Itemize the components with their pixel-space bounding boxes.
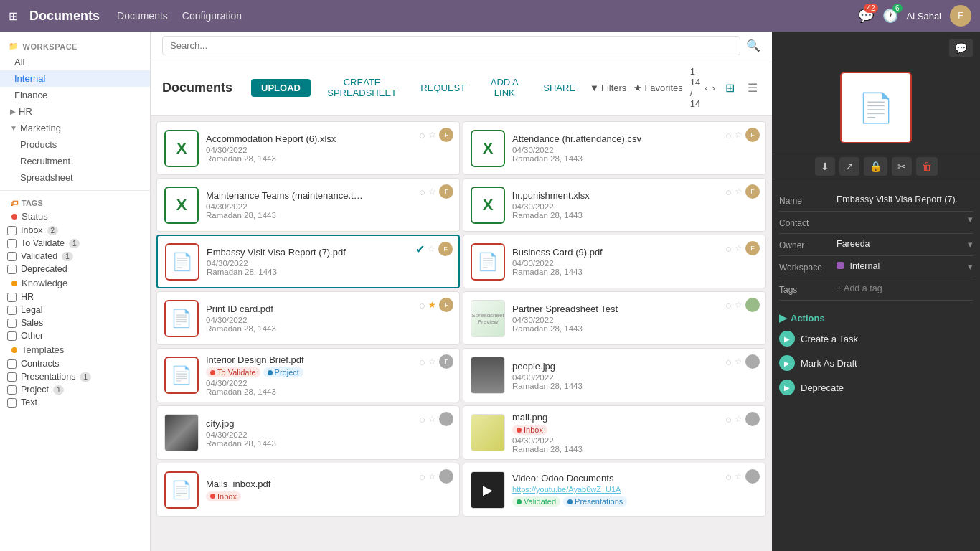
share-button[interactable]: SHARE [536, 79, 583, 97]
doc-card-2[interactable]: X Attendance (hr.attendance).csv 04/30/2… [463, 121, 766, 175]
panel-contact-value[interactable]: ▾ [837, 217, 973, 227]
doc-14-star-icon[interactable]: ☆ [735, 471, 743, 481]
sidebar-item-products[interactable]: Products [0, 136, 150, 153]
doc-card-13[interactable]: 📄 Mails_inbox.pdf Inbox ○ ☆ [156, 463, 460, 517]
doc-2-circle-icon[interactable]: ○ [725, 129, 732, 141]
upload-button[interactable]: UPLOAD [251, 79, 311, 97]
add-link-button[interactable]: ADD A LINK [480, 73, 529, 102]
tag-project[interactable]: Project 1 [0, 383, 150, 396]
tag-validated[interactable]: Validated 1 [0, 250, 150, 263]
sidebar-group-marketing[interactable]: ▼ Marketing [0, 120, 150, 136]
video-link-14[interactable]: https://youtu.be/Ayab6wZ_U1A [512, 485, 621, 494]
tag-knowledge-other[interactable]: Other [0, 329, 150, 342]
doc-card-12[interactable]: mail.png Inbox 04/30/2022Ramadan 28, 144… [463, 405, 766, 460]
tag-text[interactable]: Text [0, 396, 150, 409]
tag-to-validate[interactable]: To Validate 1 [0, 237, 150, 250]
sidebar-item-internal[interactable]: Internal [0, 70, 150, 87]
panel-create-task-item[interactable]: ▶ Create a Task [779, 326, 973, 351]
doc-10-circle-icon[interactable]: ○ [725, 356, 732, 368]
search-input[interactable] [162, 36, 740, 55]
inbox-checkbox[interactable] [7, 226, 17, 235]
panel-add-tag-text[interactable]: + Add a tag [837, 283, 882, 293]
sidebar-group-hr[interactable]: ▶ HR [0, 103, 150, 120]
tag-knowledge-hr[interactable]: HR [0, 291, 150, 303]
doc-8-circle-icon[interactable]: ○ [725, 299, 732, 311]
doc-card-9[interactable]: 📄 Interior Design Brief.pdf To Validate … [156, 348, 460, 402]
doc-card-4[interactable]: X hr.punishment.xlsx 04/30/2022Ramadan 2… [463, 178, 766, 232]
panel-deprecate-item[interactable]: ▶ Deprecate [779, 375, 973, 400]
panel-chat-button[interactable]: 💬 [949, 39, 973, 57]
pagination-prev-icon[interactable]: ‹ [705, 83, 707, 93]
tag-knowledge[interactable]: Knowledge [0, 276, 150, 291]
favorites-button[interactable]: ★ Favorites [633, 83, 682, 93]
panel-scissors-button[interactable]: ✂ [892, 157, 912, 176]
tag-presentations[interactable]: Presentations 1 [0, 370, 150, 383]
doc-5-star-icon[interactable]: ☆ [428, 244, 435, 254]
doc-6-circle-icon[interactable]: ○ [725, 242, 732, 255]
panel-tags-value[interactable]: + Add a tag [837, 283, 973, 293]
doc-card-6[interactable]: 📄 Business Card (9).pdf 04/30/2022Ramada… [463, 235, 766, 288]
filters-button[interactable]: ▼ Filters [590, 83, 626, 93]
doc-12-circle-icon[interactable]: ○ [725, 413, 732, 425]
user-avatar[interactable]: F [950, 5, 971, 27]
doc-6-star-icon[interactable]: ☆ [735, 243, 743, 253]
doc-8-star-icon[interactable]: ☆ [735, 300, 743, 310]
tag-inbox[interactable]: Inbox 2 [0, 224, 150, 237]
doc-card-1[interactable]: X Accommodation Report (6).xlsx 04/30/20… [156, 121, 460, 175]
list-view-button[interactable]: ☰ [745, 80, 760, 96]
nav-configuration-link[interactable]: Configuration [182, 10, 242, 22]
doc-11-circle-icon[interactable]: ○ [419, 413, 425, 425]
panel-download-button[interactable]: ⬇ [815, 157, 835, 176]
panel-field-owner[interactable]: Owner Fareeda ▾ [779, 234, 973, 256]
doc-12-star-icon[interactable]: ☆ [735, 414, 743, 424]
grid-view-button[interactable]: ⊞ [722, 80, 738, 96]
panel-delete-button[interactable]: 🗑 [916, 157, 938, 176]
create-spreadsheet-button[interactable]: CREATE SPREADSHEET [318, 73, 406, 102]
doc-10-star-icon[interactable]: ☆ [735, 357, 743, 367]
doc-card-8[interactable]: SpreadsheetPreview Partner Spreadsheet T… [463, 291, 766, 345]
deprecated-checkbox[interactable] [7, 265, 17, 274]
tag-templates[interactable]: Templates [0, 342, 150, 357]
panel-share-button[interactable]: ↗ [839, 157, 859, 176]
project-checkbox[interactable] [7, 385, 17, 395]
activity-btn[interactable]: 🕐 6 [882, 8, 898, 24]
doc-card-7[interactable]: 📄 Print ID card.pdf 04/30/2022Ramadan 28… [156, 291, 460, 345]
panel-contact-input[interactable] [837, 217, 973, 227]
knowledge-other-checkbox[interactable] [7, 331, 17, 341]
contracts-checkbox[interactable] [7, 359, 17, 369]
knowledge-sales-checkbox[interactable] [7, 319, 17, 328]
doc-4-circle-icon[interactable]: ○ [725, 186, 732, 198]
doc-1-circle-icon[interactable]: ○ [419, 129, 425, 141]
doc-3-circle-icon[interactable]: ○ [419, 186, 425, 198]
doc-7-circle-icon[interactable]: ○ [419, 299, 425, 311]
panel-field-tags[interactable]: Tags + Add a tag [779, 278, 973, 301]
sidebar-item-all[interactable]: All [0, 54, 150, 70]
validated-checkbox[interactable] [7, 252, 17, 261]
tag-deprecated[interactable]: Deprecated [0, 263, 150, 276]
presentations-checkbox[interactable] [7, 372, 17, 382]
doc-14-circle-icon[interactable]: ○ [725, 471, 732, 483]
doc-13-circle-icon[interactable]: ○ [419, 471, 425, 483]
panel-lock-button[interactable]: 🔒 [864, 157, 887, 176]
apps-grid-icon[interactable]: ⊞ [9, 9, 18, 23]
sidebar-item-finance[interactable]: Finance [0, 87, 150, 103]
tag-knowledge-legal[interactable]: Legal [0, 303, 150, 316]
text-checkbox[interactable] [7, 398, 17, 408]
doc-7-star-icon[interactable]: ★ [428, 300, 436, 310]
doc-card-3[interactable]: X Maintenance Teams (maintenance.team).x… [156, 178, 460, 232]
panel-field-workspace[interactable]: Workspace Internal ▾ [779, 256, 973, 278]
doc-1-star-icon[interactable]: ☆ [428, 130, 436, 140]
doc-3-star-icon[interactable]: ☆ [428, 187, 436, 197]
nav-documents-link[interactable]: Documents [117, 10, 168, 22]
knowledge-hr-checkbox[interactable] [7, 293, 17, 302]
doc-card-11[interactable]: city.jpg 04/30/2022Ramadan 28, 1443 ○ ☆ [156, 405, 460, 460]
pagination-next-icon[interactable]: › [712, 83, 715, 93]
doc-13-star-icon[interactable]: ☆ [428, 471, 436, 481]
tag-status[interactable]: Status [0, 209, 150, 224]
tag-contracts[interactable]: Contracts [0, 357, 150, 370]
sidebar-item-spreadsheet[interactable]: Spreadsheet [0, 169, 150, 186]
doc-card-10[interactable]: people.jpg 04/30/2022Ramadan 28, 1443 ○ … [463, 348, 766, 402]
panel-field-contact[interactable]: Contact ▾ [779, 212, 973, 234]
doc-2-star-icon[interactable]: ☆ [735, 130, 743, 140]
tovalidate-checkbox[interactable] [7, 239, 17, 248]
